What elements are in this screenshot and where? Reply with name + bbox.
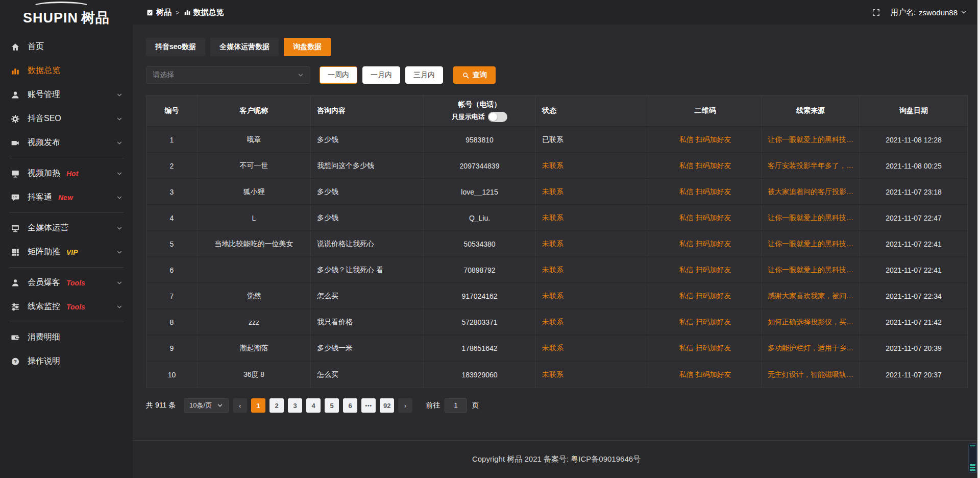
source-link[interactable]: 让你一眼就爱上的黑科技，能... <box>768 266 853 275</box>
qrcode-link[interactable]: 私信 扫码加好友 <box>679 266 731 275</box>
range-button-2[interactable]: 三月内 <box>405 66 443 84</box>
page-button-4[interactable]: 4 <box>306 398 321 413</box>
source-link[interactable]: 让你一眼就爱上的黑科技，能... <box>768 213 853 223</box>
account-select[interactable]: 请选择 <box>146 66 310 84</box>
sidebar-item-home[interactable]: 首页 <box>0 35 133 59</box>
qrcode-link[interactable]: 私信 扫码加好友 <box>679 344 731 353</box>
page-button-3[interactable]: 3 <box>288 398 302 413</box>
source-link[interactable]: 多功能护栏灯，适用于乡村文... <box>768 344 853 353</box>
source-link[interactable]: 无主灯设计，智能磁吸轨道灯... <box>768 370 853 379</box>
page-button-6[interactable]: 6 <box>343 398 357 413</box>
sidebar-item-operation-guide[interactable]: ?操作说明 <box>0 349 133 373</box>
sidebar-item-media-operation[interactable]: 全媒体运营 <box>0 216 133 240</box>
cell-nickname: zzz <box>198 309 311 334</box>
source-link[interactable]: 客厅安装投影半年多了，真实... <box>768 161 853 171</box>
status-text: 未联系 <box>542 318 564 327</box>
cell-no: 8 <box>146 309 198 334</box>
source-link[interactable]: 如何正确选择投影仪，买投影... <box>768 318 853 327</box>
sidebar-item-matrix-boost[interactable]: 矩阵助推VIP <box>0 240 133 264</box>
qrcode-link[interactable]: 私信 扫码加好友 <box>679 292 731 301</box>
range-button-0[interactable]: 一周内 <box>320 66 357 84</box>
page-button-5[interactable]: 5 <box>325 398 339 413</box>
side-widget-bar <box>970 469 975 471</box>
user-menu[interactable]: 用户名: zswodun88 <box>891 8 967 17</box>
sidebar-item-label: 全媒体运营 <box>28 223 68 233</box>
cell-nickname: 哦章 <box>198 127 311 152</box>
cell-qrcode: 私信 扫码加好友 <box>649 257 762 282</box>
search-button[interactable]: 查询 <box>453 66 496 84</box>
tab-1[interactable]: 全媒体运营数据 <box>210 38 279 56</box>
qrcode-link[interactable]: 私信 扫码加好友 <box>679 240 731 249</box>
cell-nickname: L <box>198 205 311 230</box>
side-widget[interactable] <box>968 443 977 473</box>
tab-2[interactable]: 询盘数据 <box>284 38 331 56</box>
page-button-2[interactable]: 2 <box>270 398 284 413</box>
cell-qrcode: 私信 扫码加好友 <box>649 309 762 334</box>
source-link[interactable]: 被大家追着问的客厅投影分享... <box>768 187 853 197</box>
source-link[interactable]: 感谢大家喜欢我家，被问了好... <box>768 292 853 301</box>
cell-date: 2021-11-07 20:37 <box>860 362 967 388</box>
sidebar-item-label: 首页 <box>28 41 44 52</box>
cell-date: 2021-11-08 12:28 <box>860 127 967 152</box>
page-button-92[interactable]: 92 <box>380 398 394 413</box>
sidebar: SHUPIN树品 首页数据总览账号管理抖音SEO视频发布视频加热Hot抖客通Ne… <box>0 0 133 478</box>
qrcode-link[interactable]: 私信 扫码加好友 <box>679 370 731 379</box>
sidebar-item-data-overview[interactable]: 数据总览 <box>0 59 133 83</box>
tab-0[interactable]: 抖音seo数据 <box>146 38 205 56</box>
qrcode-link[interactable]: 私信 扫码加好友 <box>679 318 731 327</box>
sidebar-item-douyin-seo[interactable]: 抖音SEO <box>0 107 133 131</box>
cell-qrcode: 私信 扫码加好友 <box>649 205 762 230</box>
sidebar-item-video-heat[interactable]: 视频加热Hot <box>0 161 133 185</box>
cell-qrcode: 私信 扫码加好友 <box>649 283 762 308</box>
page-size-select[interactable]: 10条/页 <box>184 398 229 413</box>
breadcrumb-item-current[interactable]: 数据总览 <box>184 8 224 17</box>
screen-icon <box>10 169 20 179</box>
table-row: 3狐小狸多少钱love__1215未联系私信 扫码加好友被大家追着问的客厅投影分… <box>146 179 967 205</box>
cell-content: 我只看价格 <box>311 309 424 334</box>
sidebar-item-consume-detail[interactable]: 消费明细 <box>0 325 133 349</box>
logo-arc <box>33 2 90 11</box>
scrollbar[interactable] <box>977 0 980 478</box>
cell-account: 178651642 <box>424 336 536 361</box>
source-link[interactable]: 让你一眼就爱上的黑科技，能... <box>768 135 853 145</box>
source-link[interactable]: 让你一眼就爱上的黑科技，能... <box>768 240 853 249</box>
fullscreen-icon[interactable] <box>872 8 880 17</box>
breadcrumb-item-home[interactable]: 树品 <box>146 8 172 17</box>
col-nickname: 客户昵称 <box>198 95 311 126</box>
cell-date: 2021-11-08 00:25 <box>860 153 967 178</box>
sidebar-item-account-manage[interactable]: 账号管理 <box>0 83 133 107</box>
username-value: zswodun88 <box>919 8 958 17</box>
next-page-button[interactable]: › <box>398 398 412 413</box>
chevron-down-icon <box>217 402 223 409</box>
page-button-1[interactable]: 1 <box>251 398 265 413</box>
cell-no: 3 <box>146 179 198 204</box>
sidebar-item-clue-monitor[interactable]: 线索监控Tools <box>0 295 133 319</box>
chevron-down-icon <box>116 304 122 310</box>
sidebar-item-label: 线索监控 <box>28 301 60 312</box>
qrcode-link[interactable]: 私信 扫码加好友 <box>679 161 731 171</box>
page-ellipsis[interactable]: ••• <box>361 398 376 413</box>
table-row: 9潮起潮落多少钱一米178651642未联系私信 扫码加好友多功能护栏灯，适用于… <box>146 336 967 362</box>
sidebar-item-member-marketing[interactable]: 会员爆客Tools <box>0 271 133 295</box>
brand-logo[interactable]: SHUPIN树品 <box>0 0 133 31</box>
cell-source: 让你一眼就爱上的黑科技，能... <box>762 257 860 282</box>
badge-new: New <box>58 194 73 202</box>
range-button-1[interactable]: 一月内 <box>362 66 400 84</box>
chevron-down-icon <box>961 9 967 15</box>
qrcode-link[interactable]: 私信 扫码加好友 <box>679 213 731 223</box>
wallet-icon <box>10 332 20 343</box>
qrcode-link[interactable]: 私信 扫码加好友 <box>679 135 731 145</box>
sidebar-item-label: 矩阵助推 <box>28 247 60 257</box>
cell-qrcode: 私信 扫码加好友 <box>649 179 762 204</box>
side-widget-bar <box>970 467 975 468</box>
phone-only-toggle[interactable] <box>488 112 507 122</box>
sidebar-item-douketong[interactable]: 抖客通New <box>0 185 133 209</box>
prev-page-button[interactable]: ‹ <box>233 398 247 413</box>
sidebar-item-video-publish[interactable]: 视频发布 <box>0 131 133 155</box>
breadcrumb: 树品 > 数据总览 <box>146 8 224 17</box>
goto-page-input[interactable]: 1 <box>445 398 467 413</box>
table-row: 7觉然怎么买917024162未联系私信 扫码加好友感谢大家喜欢我家，被问了好.… <box>146 283 967 309</box>
app-window: SHUPIN树品 首页数据总览账号管理抖音SEO视频发布视频加热Hot抖客通Ne… <box>0 0 980 478</box>
qrcode-link[interactable]: 私信 扫码加好友 <box>679 187 731 197</box>
badge-vip: VIP <box>66 248 78 256</box>
